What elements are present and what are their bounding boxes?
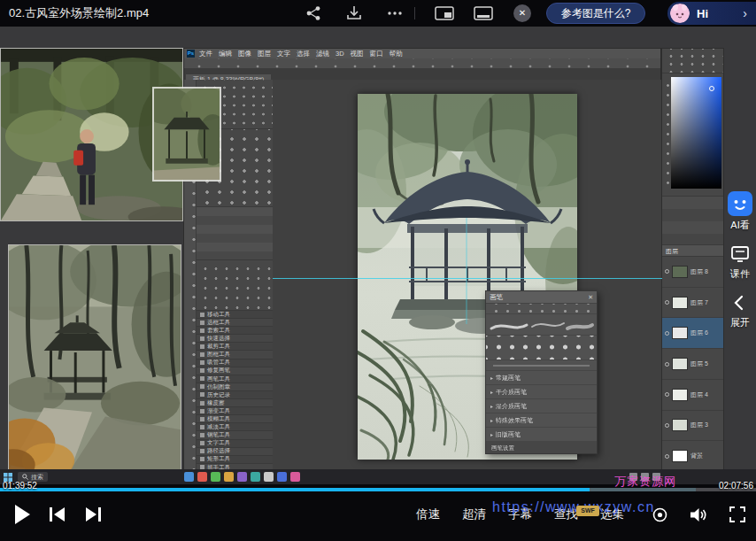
ps-menu-item[interactable]: 视图 xyxy=(351,49,364,58)
ps-history-panel[interactable] xyxy=(197,207,273,260)
visibility-eye-icon[interactable] xyxy=(665,392,669,397)
expand-label: 展开 xyxy=(730,316,750,329)
search-icon xyxy=(22,474,28,480)
ps-tool-item[interactable]: 吸管工具 xyxy=(197,359,273,367)
visibility-eye-icon[interactable] xyxy=(665,423,669,428)
ps-menu-item[interactable]: 编辑 xyxy=(219,49,232,58)
ps-menu-item[interactable]: 图层 xyxy=(258,49,271,58)
brush-group-row[interactable]: ▸ 干介质画笔 xyxy=(486,385,597,399)
ps-swatch-panel[interactable] xyxy=(197,260,273,311)
taskbar-app-icon[interactable] xyxy=(197,472,207,482)
brush-group-row[interactable]: ▸ 特殊效果画笔 xyxy=(486,413,597,428)
ps-tool-item[interactable]: 快速选择 xyxy=(197,335,273,343)
ps-tool-item[interactable]: 减淡工具 xyxy=(197,423,273,431)
layer-row[interactable]: 图层 6 xyxy=(662,318,723,349)
layer-row[interactable]: 图层 3 xyxy=(662,411,723,442)
play-button[interactable] xyxy=(11,502,34,527)
ps-tool-item[interactable]: 渐变工具 xyxy=(197,407,273,415)
brush-group-row[interactable]: ▸ 常规画笔 xyxy=(486,371,597,385)
tool-label: 模糊工具 xyxy=(207,416,230,422)
watermark-badge: SWF xyxy=(576,506,599,516)
ps-tool-item[interactable]: 修复画笔 xyxy=(197,367,273,375)
player-control-label[interactable]: 倍速 xyxy=(416,506,440,522)
visibility-eye-icon[interactable] xyxy=(665,362,669,367)
layer-row[interactable]: 图层 7 xyxy=(662,288,723,319)
ps-tool-item[interactable]: 套索工具 xyxy=(197,327,273,335)
layer-row[interactable]: 图层 5 xyxy=(662,349,723,380)
brush-tip-grid[interactable] xyxy=(486,336,597,360)
ps-tool-item[interactable]: 选框工具 xyxy=(197,319,273,327)
ps-tool-item[interactable]: 裁剪工具 xyxy=(197,343,273,351)
taskbar-app-icon[interactable] xyxy=(237,472,247,482)
ps-tool-item[interactable]: 橡皮擦 xyxy=(197,399,273,407)
brush-size-slider[interactable] xyxy=(486,360,597,371)
layer-row[interactable]: 图层 4 xyxy=(662,380,723,411)
ps-menu-item[interactable]: 帮助 xyxy=(390,49,403,58)
visibility-eye-icon[interactable] xyxy=(665,454,669,459)
taskbar-app-icon[interactable] xyxy=(277,472,287,482)
download-button[interactable] xyxy=(343,4,365,23)
more-button[interactable] xyxy=(384,4,405,23)
ps-menu-item[interactable]: 窗口 xyxy=(370,49,383,58)
video-frame[interactable]: Ps 文件编辑图像图层文字选择滤镜3D视图窗口帮助 画板 1 @ 8.33%(R… xyxy=(0,27,756,484)
ps-menu-item[interactable]: 滤镜 xyxy=(316,49,329,58)
visibility-eye-icon[interactable] xyxy=(665,331,669,336)
color-gradient-square[interactable] xyxy=(671,77,721,189)
ps-tool-item[interactable]: 文字工具 xyxy=(197,440,273,448)
volume-button[interactable] xyxy=(689,506,708,523)
ps-menu-item[interactable]: 图像 xyxy=(238,49,251,58)
ps-tool-item[interactable]: 历史记录 xyxy=(197,391,273,399)
previous-episode-button[interactable] xyxy=(48,506,67,522)
ps-panel-icon-strip[interactable] xyxy=(662,49,723,73)
ps-tool-item[interactable]: 模糊工具 xyxy=(197,415,273,423)
ps-menu-item[interactable]: 文件 xyxy=(199,49,212,58)
player-control-label[interactable]: 超清 xyxy=(462,506,486,522)
ps-tool-item[interactable]: 移动工具 xyxy=(197,311,273,319)
assistant-pill[interactable]: Hi › xyxy=(667,2,756,25)
ps-tool-item[interactable]: 图框工具 xyxy=(197,351,273,359)
layer-name: 图层 6 xyxy=(690,328,708,337)
taskbar-app-icon[interactable] xyxy=(251,472,260,482)
ps-tool-item[interactable]: 钢笔工具 xyxy=(197,431,273,439)
more-icon xyxy=(386,4,404,22)
color-tool-strip[interactable] xyxy=(663,77,669,189)
brush-settings-footer[interactable]: 画笔设置 xyxy=(486,442,597,453)
reference-button[interactable]: 参考图是什么? xyxy=(546,3,645,24)
brush-panel-toolbar[interactable] xyxy=(486,304,597,314)
ps-tool-item[interactable]: 路径选择 xyxy=(197,448,273,456)
brush-group-row[interactable]: ▸ 湿介质画笔 xyxy=(486,399,597,413)
courseware-button[interactable]: 课件 xyxy=(729,243,751,281)
fullscreen-button[interactable] xyxy=(728,506,747,523)
layer-row[interactable]: 图层 8 xyxy=(662,257,723,288)
taskbar-app-icon[interactable] xyxy=(290,472,300,482)
expand-button[interactable]: 展开 xyxy=(729,292,751,329)
share-button[interactable] xyxy=(303,4,324,23)
next-episode-button[interactable] xyxy=(83,506,103,522)
ps-tool-item[interactable]: 画笔工具 xyxy=(197,375,273,383)
brush-group-row[interactable]: ▸ 旧版画笔 xyxy=(486,428,597,442)
panel-close-icon[interactable]: ✕ xyxy=(588,294,593,301)
theater-mode-button[interactable] xyxy=(473,4,494,23)
visibility-eye-icon[interactable] xyxy=(665,269,669,274)
taskbar-app-icon[interactable] xyxy=(211,472,220,482)
ps-adjustment-panel[interactable] xyxy=(662,196,723,245)
taskbar-app-icon[interactable] xyxy=(184,472,194,482)
ps-canvas[interactable]: 画笔 ✕ xyxy=(273,80,662,472)
ai-view-button[interactable]: AI看 xyxy=(728,191,752,232)
ps-tool-item[interactable]: 矩形工具 xyxy=(197,456,273,464)
layer-row[interactable]: 背景 xyxy=(662,441,723,472)
ai-view-label: AI看 xyxy=(730,219,749,232)
ps-menu-item[interactable]: 文字 xyxy=(277,49,290,58)
ps-tool-item[interactable]: 仿制图章 xyxy=(197,383,273,391)
brush-stroke-previews[interactable] xyxy=(486,314,597,336)
layer-name: 背景 xyxy=(690,452,703,460)
taskbar-app-icon[interactable] xyxy=(264,472,274,482)
visibility-eye-icon[interactable] xyxy=(665,300,669,305)
mini-player-button[interactable] xyxy=(434,4,455,23)
brush-panel-header[interactable]: 画笔 ✕ xyxy=(486,291,597,304)
windows-start-icon[interactable] xyxy=(4,473,12,482)
ps-menu-item[interactable]: 选择 xyxy=(297,49,310,58)
taskbar-app-icon[interactable] xyxy=(224,472,234,482)
close-button[interactable]: ✕ xyxy=(513,4,531,22)
ps-menu-item[interactable]: 3D xyxy=(336,49,344,58)
